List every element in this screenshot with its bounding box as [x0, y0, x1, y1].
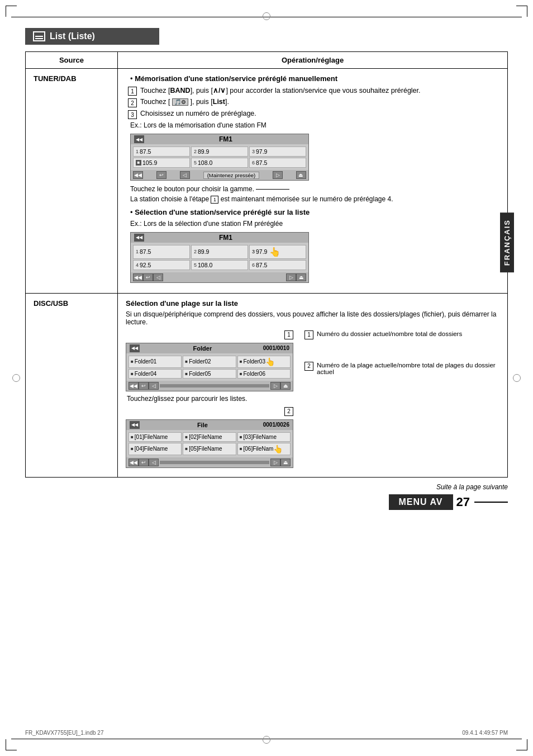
fm-btn-return-2[interactable]: ↩ — [143, 273, 153, 281]
folder-btn-eject[interactable]: ⏏ — [280, 382, 291, 390]
continuation-note: Suite à la page suivante — [25, 483, 508, 491]
note-memorisee: La station choisie à l'étape 1 est maint… — [130, 195, 499, 204]
disc-displays: 1 ◀◀ Folder 0001/0010 ■Folder01 — [126, 330, 299, 471]
bullet-text-memorisation: Mémorisation d'une station/service préré… — [135, 74, 337, 83]
file-btn-back[interactable]: ◀◀ — [129, 459, 139, 466]
file-display: ◀◀ File 0001/0026 ■[01]FileName ■[02]Fil… — [126, 419, 293, 468]
annotation-1: 1 Numéro du dossier actuel/nombre total … — [304, 330, 499, 339]
step-text-2: Touchez [ 🎵⚙ ], puis [List]. — [140, 98, 229, 106]
fm-cell-1-3: 397.9 — [249, 147, 306, 157]
pointer-2: 2 — [284, 407, 293, 416]
fm-cell-1-4: ■105.9 — [133, 158, 190, 168]
disc-desc: Si un disque/périphérique comprend des d… — [126, 310, 499, 326]
note-ex-selection: Ex.: Lors de la sélection d'une station … — [130, 220, 499, 228]
annotation-text-1: Numéro du dossier actuel/nombre total de… — [317, 330, 462, 337]
folder-btn-prev[interactable]: ◁ — [149, 382, 159, 390]
file-cell-3: ■[03]FileName — [237, 432, 291, 442]
folder-cell-1: ■Folder01 — [129, 356, 182, 368]
menu-av-badge: MENU AV — [389, 494, 453, 510]
center-mark-top — [263, 12, 270, 20]
fm-btn-prev-1[interactable]: ◁ — [180, 171, 190, 179]
folder-cell-5: ■Folder05 — [183, 369, 236, 379]
footer-filename: FR_KDAVX7755[EU]_1.indb 27 — [25, 730, 103, 736]
fm-btn-eject-2[interactable]: ⏏ — [296, 273, 306, 281]
footer-bar: MENU AV 27 — [25, 494, 508, 510]
page-title-bar: List (Liste) — [25, 28, 159, 45]
step-2: 2 Touchez [ 🎵⚙ ], puis [List]. — [128, 98, 499, 107]
folder-icon-back: ◀◀ — [130, 344, 140, 352]
annotation-num-2: 2 — [304, 362, 313, 371]
annotation-2: 2 Numéro de la plage actuelle/nombre tot… — [304, 362, 499, 375]
file-footer: ◀◀ ↩ ◁ ▷ ⏏ — [126, 457, 293, 467]
fm-cell-2-1: 187.5 — [133, 245, 190, 259]
note-bouton: Touchez le bouton pour choisir la gamme. — [130, 185, 499, 193]
page-line — [474, 502, 508, 503]
center-mark-left — [12, 374, 20, 382]
table-row-disc: DISC/USB Sélection d'une plage sur la li… — [26, 293, 508, 477]
folder-header: ◀◀ Folder 0001/0010 — [126, 343, 293, 353]
list-icon — [33, 31, 45, 41]
annotation-num-1: 1 — [304, 330, 313, 339]
file-grid: ■[01]FileName ■[02]FileName ■[03]FileNam… — [126, 430, 293, 457]
fm-btn-back-1[interactable]: ◀◀ — [133, 171, 143, 179]
table-row: TUNER/DAB Mémorisation d'une station/ser… — [26, 69, 508, 294]
fm-header-1: ◀◀ FM1 — [131, 134, 308, 144]
folder-btn-next[interactable]: ▷ — [270, 382, 280, 390]
fm-cell-2-3: 397.9 👆 — [249, 245, 306, 259]
file-btn-prev[interactable]: ◁ — [149, 459, 159, 466]
step-num-1: 1 — [128, 87, 137, 96]
fm-btn-next-1[interactable]: ▷ — [273, 171, 283, 179]
fm-btn-eject-1[interactable]: ⏏ — [296, 171, 306, 179]
step-num-2: 2 — [128, 98, 137, 107]
footer-date: 09.4.1 4:49:57 PM — [462, 730, 508, 736]
fm-cell-2-5: 5108.0 — [191, 260, 248, 270]
folder-grid: ■Folder01 ■Folder02 ■Folder03 👆 ■Folder0… — [126, 353, 293, 381]
annotation-text-2: Numéro de la plage actuelle/nombre total… — [317, 362, 499, 375]
file-btn-eject[interactable]: ⏏ — [280, 459, 291, 466]
disc-operations: Sélection d'une plage sur la liste Si un… — [118, 293, 508, 477]
disc-annotations: 1 Numéro du dossier actuel/nombre total … — [304, 330, 499, 380]
note-touch-glisse: Touchez/glissez pour parcourir les liste… — [127, 395, 299, 403]
fm-btn-back-2[interactable]: ◀◀ — [133, 273, 143, 281]
folder-btn-return[interactable]: ↩ — [139, 382, 149, 390]
bullet-title-memorisation: Mémorisation d'une station/service préré… — [130, 74, 499, 83]
fm-display-2: ◀◀ FM1 187.5 289.9 397.9 👆 492.5 5108.0 … — [130, 232, 309, 283]
fm-cell-2-6: 687.5 — [249, 260, 306, 270]
bullet-text-selection: Sélection d'une station/service préréglé… — [135, 208, 310, 216]
step-num-3: 3 — [128, 110, 137, 119]
folder-footer: ◀◀ ↩ ◁ ▷ ⏏ — [126, 381, 293, 391]
fm-btn-next-2[interactable]: ▷ — [286, 273, 296, 281]
fm-footer-1: ◀◀ ↩ ◁ (Maintenez pressée) ▷ ⏏ — [131, 170, 308, 180]
fm-btn-prev-2[interactable]: ◁ — [153, 273, 163, 281]
pointer-1: 1 — [284, 330, 293, 339]
tuner-operations: Mémorisation d'une station/service préré… — [118, 69, 508, 294]
fm-btn-return-1[interactable]: ↩ — [156, 171, 166, 179]
note-ex-fm: Ex.: Lors de la mémorisation d'une stati… — [130, 121, 499, 129]
fm-cell-2-4: 492.5 — [133, 260, 190, 270]
disc-section-title: Sélection d'une plage sur la liste — [126, 299, 499, 308]
step-3: 3 Choisissez un numéro de préréglage. — [128, 110, 499, 119]
bullet-title-selection: Sélection d'une station/service préréglé… — [130, 208, 499, 216]
folder-cell-6: ■Folder06 — [237, 369, 291, 379]
fm-header-2: ◀◀ FM1 — [131, 233, 308, 243]
fm-icon-1: ◀◀ — [134, 135, 144, 143]
fm-grid-1: 187.5 289.9 397.9 ■105.9 5108.0 687.5 — [131, 144, 308, 170]
folder-cell-4: ■Folder04 — [129, 369, 182, 379]
disc-layout: 1 ◀◀ Folder 0001/0010 ■Folder01 — [126, 330, 499, 471]
file-header: ◀◀ File 0001/0026 — [126, 420, 293, 430]
file-cell-1: ■[01]FileName — [129, 432, 182, 442]
fm-cell-1-2: 289.9 — [191, 147, 248, 157]
folder-btn-back[interactable]: ◀◀ — [129, 382, 139, 390]
fm-band-2: FM1 — [146, 234, 305, 242]
header-operation: Opération/réglage — [118, 52, 508, 69]
file-btn-return[interactable]: ↩ — [139, 459, 149, 466]
file-label: File — [197, 422, 208, 428]
file-cell-4: ■[04]FileName — [129, 443, 182, 455]
source-disc: DISC/USB — [26, 293, 118, 477]
file-btn-next[interactable]: ▷ — [270, 459, 280, 466]
file-cell-5: ■[05]FileName — [183, 443, 236, 455]
fm-icon-2: ◀◀ — [134, 234, 144, 242]
language-sidebar: FRANÇAIS — [500, 212, 514, 272]
fm-cell-1-6: 687.5 — [249, 158, 306, 168]
step-1: 1 Touchez [BAND], puis [∧/∨] pour accord… — [128, 86, 499, 96]
